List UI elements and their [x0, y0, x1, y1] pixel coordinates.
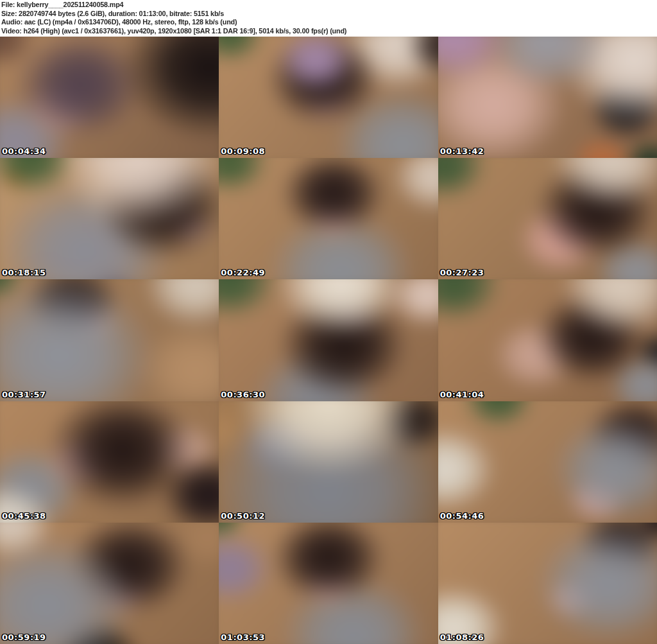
timestamp-overlay: 00:13:42	[440, 147, 484, 156]
size-info-line: Size: 2820749744 bytes (2.6 GiB), durati…	[1, 10, 618, 19]
thumbnail-vignette	[0, 37, 219, 158]
thumbnail-vignette	[219, 279, 438, 401]
video-thumbnail: 00:27:23	[438, 158, 657, 279]
video-info-line: Video: h264 (High) (avc1 / 0x31637661), …	[1, 27, 618, 36]
timestamp-overlay: 00:22:49	[221, 268, 265, 277]
video-thumbnail: 00:54:46	[438, 401, 657, 523]
contact-sheet: File: kellyberry____202511240058.mp4 Siz…	[0, 0, 657, 644]
video-thumbnail: 00:22:49	[219, 158, 438, 279]
thumbnail-vignette	[0, 401, 219, 523]
file-info-line: File: kellyberry____202511240058.mp4	[1, 1, 618, 10]
timestamp-overlay: 00:59:19	[2, 633, 46, 642]
thumbnail-vignette	[0, 279, 219, 401]
video-thumbnail: 00:09:08	[219, 37, 438, 158]
timestamp-overlay: 00:18:15	[2, 268, 46, 277]
thumbnail-grid: 00:04:3400:09:0800:13:4200:18:1500:22:49…	[0, 37, 657, 644]
thumbnail-vignette	[219, 158, 438, 279]
timestamp-overlay: 00:50:12	[221, 512, 265, 521]
timestamp-overlay: 00:41:04	[440, 390, 484, 399]
timestamp-overlay: 00:36:30	[221, 390, 265, 399]
video-thumbnail: 00:18:15	[0, 158, 219, 279]
thumbnail-vignette	[0, 158, 219, 279]
video-thumbnail: 01:08:26	[438, 523, 657, 644]
timestamp-overlay: 00:31:57	[2, 390, 46, 399]
thumbnail-vignette	[438, 523, 657, 644]
timestamp-overlay: 01:08:26	[440, 633, 484, 642]
timestamp-overlay: 00:45:38	[2, 512, 46, 521]
timestamp-overlay: 01:03:53	[221, 633, 265, 642]
timestamp-overlay: 00:09:08	[221, 147, 265, 156]
video-thumbnail: 00:13:42	[438, 37, 657, 158]
thumbnail-vignette	[438, 37, 657, 158]
video-thumbnail: 00:36:30	[219, 279, 438, 401]
thumbnail-vignette	[219, 401, 438, 523]
thumbnail-vignette	[219, 523, 438, 644]
video-thumbnail: 00:31:57	[0, 279, 219, 401]
audio-info-line: Audio: aac (LC) (mp4a / 0x6134706D), 480…	[1, 18, 618, 27]
thumbnail-vignette	[0, 523, 219, 644]
timestamp-overlay: 00:04:34	[2, 147, 46, 156]
media-info-header: File: kellyberry____202511240058.mp4 Siz…	[0, 0, 657, 37]
thumbnail-vignette	[438, 158, 657, 279]
timestamp-overlay: 00:54:46	[440, 512, 484, 521]
video-thumbnail: 00:41:04	[438, 279, 657, 401]
video-thumbnail: 00:04:34	[0, 37, 219, 158]
thumbnail-vignette	[438, 401, 657, 523]
thumbnail-vignette	[438, 279, 657, 401]
video-thumbnail: 01:03:53	[219, 523, 438, 644]
thumbnail-vignette	[219, 37, 438, 158]
timestamp-overlay: 00:27:23	[440, 268, 484, 277]
video-thumbnail: 00:50:12	[219, 401, 438, 523]
video-thumbnail: 00:59:19	[0, 523, 219, 644]
video-thumbnail: 00:45:38	[0, 401, 219, 523]
